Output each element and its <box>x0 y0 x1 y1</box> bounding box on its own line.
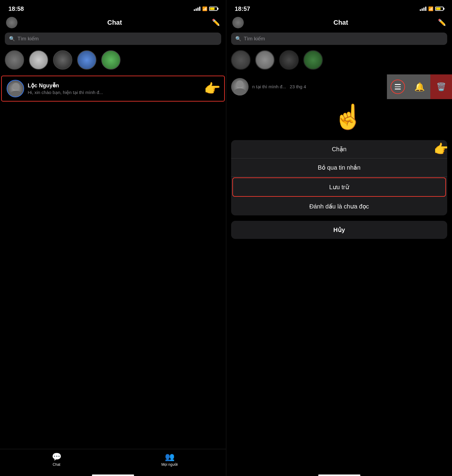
context-menu-block[interactable]: Chặn 👉 <box>231 140 447 158</box>
tab-chat-left[interactable]: 💬 Chat <box>0 452 113 467</box>
context-menu-mark-unread[interactable]: Đánh dấu là chưa đọc <box>231 197 447 215</box>
header-left: Chat ✏️ <box>0 16 226 31</box>
context-menu: Chặn 👉 Bỏ qua tin nhắn Lưu trữ Đánh dấu … <box>231 140 447 215</box>
chat-name-loc: Lộc Nguyễn <box>28 82 219 89</box>
battery-icon-right <box>435 7 444 11</box>
wifi-icon-left: 📶 <box>202 6 207 11</box>
context-menu-ignore[interactable]: Bỏ qua tin nhắn <box>231 158 447 177</box>
swipe-actions-row: n tại thì mình đ... 23 thg 4 🔔 🗑️ <box>226 74 452 99</box>
cancel-button[interactable]: Hủy <box>231 221 447 239</box>
swipe-menu-button[interactable] <box>387 74 409 99</box>
story-avatar <box>77 50 96 70</box>
search-placeholder-right: Tìm kiếm <box>244 36 265 42</box>
header-title-left: Chat <box>107 19 122 27</box>
story-item[interactable] <box>101 50 121 71</box>
story-avatar <box>29 50 48 70</box>
svg-point-3 <box>234 88 246 96</box>
stories-row-right <box>226 49 452 74</box>
svg-point-0 <box>12 83 20 90</box>
header-title-right: Chat <box>334 19 348 27</box>
chat-avatar-loc <box>7 80 24 97</box>
story-item-r <box>255 50 275 70</box>
empty-space-left <box>0 102 226 449</box>
svg-point-1 <box>10 91 22 97</box>
story-item-r <box>231 50 250 70</box>
wifi-icon-right: 📶 <box>428 6 433 11</box>
stories-row-left <box>0 49 226 75</box>
story-avatar <box>5 50 24 70</box>
status-icons-left: 📶 <box>194 6 218 11</box>
right-phone-panel: 18:57 📶 Chat ✏️ 🔍 Tìm kiếm <box>226 0 452 476</box>
hamburger-icon <box>395 84 401 89</box>
svg-point-2 <box>236 80 243 88</box>
compose-icon-right[interactable]: ✏️ <box>438 19 446 27</box>
story-item[interactable] <box>5 50 24 71</box>
swipe-preview: n tại thì mình đ... 23 thg 4 <box>252 84 306 89</box>
context-menu-archive[interactable]: Lưu trữ <box>232 177 446 197</box>
swipe-trash-button[interactable]: 🗑️ <box>430 74 452 99</box>
chat-tab-icon: 💬 <box>52 452 61 462</box>
story-avatar-r <box>279 50 299 70</box>
people-tab-label: Mọi người <box>161 462 177 467</box>
search-icon-right: 🔍 <box>235 36 241 42</box>
bell-icon: 🔔 <box>414 82 425 92</box>
search-placeholder-left: Tìm kiếm <box>17 36 39 42</box>
chat-preview-loc: Hi, xin chào bạn, hiện tại thì mình đ... <box>28 90 219 95</box>
story-item[interactable] <box>77 50 96 71</box>
search-bar-right[interactable]: 🔍 Tìm kiếm <box>231 33 447 45</box>
status-time-left: 18:58 <box>8 5 24 12</box>
chat-content-loc: Lộc Nguyễn Hi, xin chào bạn, hiện tại th… <box>28 82 219 95</box>
tab-bar-left: 💬 Chat 👥 Mọi người <box>0 449 226 473</box>
compose-icon-left[interactable]: ✏️ <box>212 19 220 27</box>
swipe-bell-button[interactable]: 🔔 <box>409 74 430 99</box>
swipe-chat-text: n tại thì mình đ... 23 thg 4 <box>252 84 306 89</box>
home-bar-left <box>92 474 134 476</box>
header-right: Chat ✏️ <box>226 16 452 31</box>
story-item[interactable] <box>53 50 72 71</box>
pointing-hand-up-icon: ☝️ <box>244 100 452 137</box>
status-time-right: 18:57 <box>235 5 250 12</box>
profile-avatar-right[interactable] <box>232 17 244 28</box>
swipe-chat-avatar <box>231 78 249 96</box>
swipe-chat-content: n tại thì mình đ... 23 thg 4 <box>226 74 387 99</box>
battery-icon-left <box>209 7 218 11</box>
empty-space-right <box>226 241 452 473</box>
chat-tab-label: Chat <box>53 462 60 467</box>
left-phone-panel: 18:58 📶 Chat ✏️ 🔍 Tìm kiếm <box>0 0 226 476</box>
circle-outline <box>391 80 405 94</box>
story-avatar-r <box>231 50 250 70</box>
chat-item-loc-nguyen[interactable]: Lộc Nguyễn Hi, xin chào bạn, hiện tại th… <box>1 76 225 102</box>
home-bar-right <box>318 474 360 476</box>
search-bar-left[interactable]: 🔍 Tìm kiếm <box>5 33 221 45</box>
story-item[interactable] <box>29 50 48 71</box>
story-avatar <box>53 50 72 70</box>
status-icons-right: 📶 <box>420 6 444 11</box>
story-avatar-r <box>303 50 323 70</box>
story-item-r <box>303 50 323 70</box>
story-avatar <box>101 50 121 70</box>
trash-icon: 🗑️ <box>436 82 446 92</box>
swipe-date: 23 thg 4 <box>290 84 306 89</box>
story-avatar-r <box>255 50 275 70</box>
signal-icon-left <box>194 7 200 11</box>
signal-icon-right <box>420 7 426 11</box>
status-bar-left: 18:58 📶 <box>0 0 226 16</box>
people-tab-icon: 👥 <box>165 452 174 462</box>
profile-avatar-left[interactable] <box>6 17 17 28</box>
pointing-hand-icon-left: 👉 <box>204 81 221 96</box>
pointing-hand-right-icon: 👉 <box>434 141 447 157</box>
tab-people-left[interactable]: 👥 Mọi người <box>113 452 226 467</box>
status-bar-right: 18:57 📶 <box>226 0 452 16</box>
search-icon-left: 🔍 <box>9 36 15 42</box>
story-item-r <box>279 50 299 70</box>
